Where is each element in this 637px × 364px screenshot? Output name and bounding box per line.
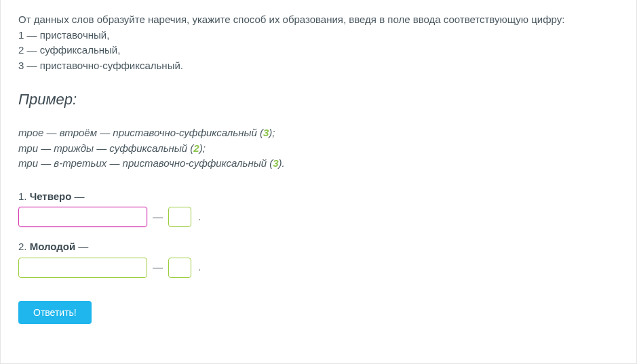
instructions-option-3: 3 — приставочно-суффиксальный. (18, 58, 619, 74)
example-heading: Пример: (18, 88, 619, 110)
task-label: 1. Четверо — (18, 189, 619, 205)
task-label: 2. Молодой — (18, 239, 619, 255)
task-row-1: 1. Четверо — — . (18, 189, 619, 228)
instructions-block: От данных слов образуйте наречия, укажит… (18, 12, 619, 73)
examples-block: трое — втроём — приставочно-суффиксальны… (18, 125, 619, 171)
task-2-word-input[interactable] (18, 258, 147, 278)
period: . (195, 260, 201, 275)
task-1-number-input[interactable] (168, 207, 191, 227)
example-line: три — трижды — суффиксальный (2); (18, 141, 619, 157)
example-number: 2 (193, 142, 199, 154)
task-inputs-line: — . (18, 258, 619, 278)
dash-separator: — (151, 209, 164, 225)
instructions-option-2: 2 — суффиксальный, (18, 43, 619, 58)
period: . (195, 209, 201, 225)
task-2-number-input[interactable] (168, 258, 191, 278)
instructions-intro: От данных слов образуйте наречия, укажит… (18, 12, 619, 28)
task-inputs-line: — . (18, 207, 619, 227)
dash-separator: — (151, 260, 164, 275)
task-1-word-input[interactable] (18, 207, 147, 227)
exercise-container: От данных слов образуйте наречия, укажит… (0, 0, 637, 364)
example-line: три — в-третьих — приставочно-суффиксаль… (18, 156, 619, 171)
submit-button[interactable]: Ответить! (18, 301, 92, 324)
example-line: трое — втроём — приставочно-суффиксальны… (18, 125, 619, 141)
instructions-option-1: 1 — приставочный, (18, 28, 619, 43)
example-number: 3 (273, 157, 278, 169)
task-row-2: 2. Молодой — — . (18, 239, 619, 278)
